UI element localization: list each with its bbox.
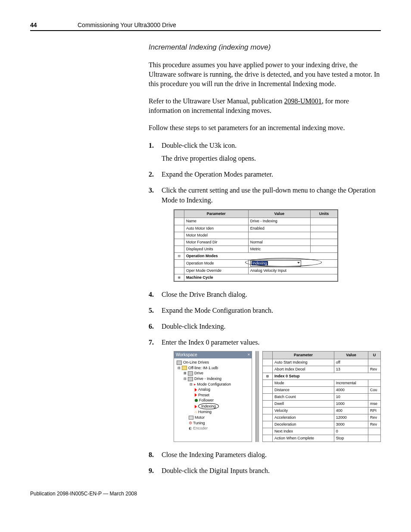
header-title: Commissioning Your Ultra3000 Drive (78, 22, 176, 28)
tree-analog[interactable]: Analog (195, 387, 251, 392)
page-header: 44 Commissioning Your Ultra3000 Drive (30, 22, 381, 31)
step-6: Double-click Indexing. (149, 321, 381, 331)
p2-abort-decel: Abort Index Decel (273, 366, 334, 373)
publication-footer: Publication 2098-IN005C-EN-P — March 200… (30, 491, 381, 497)
v2-distance: 4000 (334, 386, 368, 393)
p2-dwell: Dwell (273, 400, 334, 407)
v2-dwell: 1000 (334, 400, 368, 407)
p2-batch: Batch Count (273, 393, 334, 400)
p2-accel: Acceleration (273, 414, 334, 421)
col2-value: Value (334, 351, 368, 359)
v2-action: Stop (334, 435, 368, 442)
tree-motor[interactable]: Motor (189, 415, 251, 420)
tree-encoder[interactable]: ◐ Encoder (189, 426, 251, 431)
intro-paragraph-1: This procedure assumes you have applied … (149, 60, 381, 89)
tree-preset[interactable]: Preset (195, 392, 251, 398)
splitter[interactable] (255, 351, 259, 442)
param-name: Name (184, 218, 249, 225)
v2-velocity: 400 (334, 408, 368, 414)
param-override: Oper Mode Override (184, 267, 249, 274)
p2-velocity: Velocity (273, 408, 334, 414)
tree-homing[interactable]: ⌂ Homing (195, 409, 251, 415)
step-7-text: Enter the Index 0 parameter values. (162, 339, 259, 346)
page-number: 44 (30, 22, 78, 28)
collapse-icon[interactable]: ⊟ (263, 373, 273, 380)
v2-abort-decel: 13 (334, 366, 368, 373)
u2-distance: Cou (368, 386, 381, 393)
tree-drive[interactable]: ⊞Drive (183, 370, 251, 376)
tree-offline[interactable]: ⊟Off-line: IM-1.udb ⊞Drive ⊟Drive - Inde… (177, 365, 251, 431)
collapse-icon[interactable]: ⊟ (174, 252, 184, 259)
tree-follower[interactable]: Follower (195, 398, 251, 403)
tree-online-drives[interactable]: On-Line Drives (177, 360, 251, 365)
step-4: Close the Drive Branch dialog. (149, 289, 381, 299)
p2-mode: Mode (273, 380, 334, 386)
tree-mode-config[interactable]: ⊟▸ Mode Configuration Analog Preset Foll… (189, 382, 251, 415)
param-motor-model: Motor Model (184, 232, 249, 239)
drive-properties-screenshot: Parameter Value Units NameDrive - Indexi… (174, 209, 338, 281)
param-operation-mode: Operation Mode (184, 259, 249, 267)
step-6-text: Double-click Indexing. (162, 323, 225, 330)
step-9: Double-click the Digital Inputs branch. (149, 466, 381, 476)
step-2-text: Expand the Operation Modes parameter. (162, 171, 273, 178)
tree-indexing[interactable]: Indexing (195, 403, 251, 410)
value-displayed-units: Metric (248, 246, 310, 252)
para2-pre: Refer to the Ultraware User Manual, publ… (149, 97, 284, 105)
step-5: Expand the Mode Configuration branch. (149, 305, 381, 315)
close-icon[interactable]: × (248, 352, 250, 358)
p2-distance: Distance (273, 386, 334, 393)
step-1-text: Double-click the U3k icon. (162, 142, 237, 149)
section-index0: Index 0 Setup (273, 373, 381, 380)
col2-units: U (368, 351, 381, 359)
value-auto-motor: Enabled (248, 225, 310, 232)
p2-action: Action When Complete (273, 435, 334, 442)
tree-drive-indexing[interactable]: ⊟Drive - Indexing ⊟▸ Mode Configuration … (183, 376, 251, 431)
value-name: Drive - Indexing (248, 218, 310, 225)
value-motor-forward: Normal (248, 239, 310, 246)
step-2: Expand the Operation Modes parameter. (149, 169, 381, 179)
u2-abort-decel: Rev (368, 366, 381, 373)
step-8-text: Close the Indexing Parameters dialog. (162, 451, 267, 458)
step-3-text: Click the current setting and use the pu… (162, 187, 376, 204)
indexing-parameters-screenshot: Workspace × On-Line Drives ⊟Off-line: IM… (174, 351, 381, 442)
operation-mode-selected: Indexing (252, 261, 268, 265)
step-1: Double-click the U3k icon. The drive pro… (149, 140, 381, 163)
tree-tuning[interactable]: ⚙ Tuning (189, 420, 251, 426)
intro-paragraph-3: Follow these steps to set parameters for… (149, 123, 381, 133)
u2-velocity: RPI (368, 408, 381, 414)
v2-next-index: 0 (334, 428, 368, 435)
v2-mode: Incremental (334, 380, 368, 386)
p2-decel: Deceleration (273, 421, 334, 428)
u2-decel: Rev (368, 421, 381, 428)
workspace-tree: On-Line Drives ⊟Off-line: IM-1.udb ⊞Driv… (174, 358, 252, 432)
expand-icon[interactable]: ⊞ (174, 274, 184, 281)
operation-mode-dropdown[interactable]: Indexing (250, 260, 301, 267)
publication-link[interactable]: 2098-UM001 (284, 97, 322, 105)
workspace-panel: Workspace × On-Line Drives ⊟Off-line: IM… (174, 351, 252, 442)
v2-auto-start: off (334, 359, 368, 366)
p2-auto-start: Auto Start Indexing (273, 359, 334, 366)
u2-dwell: mse (368, 400, 381, 407)
step-8: Close the Indexing Parameters dialog. (149, 450, 381, 460)
p2-next-index: Next Index (273, 428, 334, 435)
param-displayed-units: Displayed Units (184, 246, 249, 252)
step-4-text: Close the Drive Branch dialog. (162, 291, 247, 298)
col-units: Units (310, 210, 337, 218)
param-auto-motor: Auto Motor Iden (184, 225, 249, 232)
intro-paragraph-2: Refer to the Ultraware User Manual, publ… (149, 96, 381, 115)
workspace-title: Workspace (176, 352, 197, 358)
step-3: Click the current setting and use the pu… (149, 185, 381, 282)
col2-parameter: Parameter (273, 351, 334, 359)
index0-param-table: Parameter Value U Auto Start Indexingoff… (262, 351, 381, 442)
section-machine-cycle: Machine Cycle (184, 274, 338, 281)
section-operation-modes: Operation Modes (184, 252, 338, 259)
step-7: Enter the Index 0 parameter values. Work… (149, 337, 381, 442)
v2-decel: 3000 (334, 421, 368, 428)
workspace-titlebar: Workspace × (174, 352, 252, 359)
u2-accel: Rev (368, 414, 381, 421)
step-9-text: Double-click the Digital Inputs branch. (162, 467, 270, 474)
step-5-text: Expand the Mode Configuration branch. (162, 307, 273, 314)
v2-accel: 12000 (334, 414, 368, 421)
section-heading: Incremental Indexing (indexing move) (149, 43, 381, 52)
param-motor-forward: Motor Forward Dir (184, 239, 249, 246)
